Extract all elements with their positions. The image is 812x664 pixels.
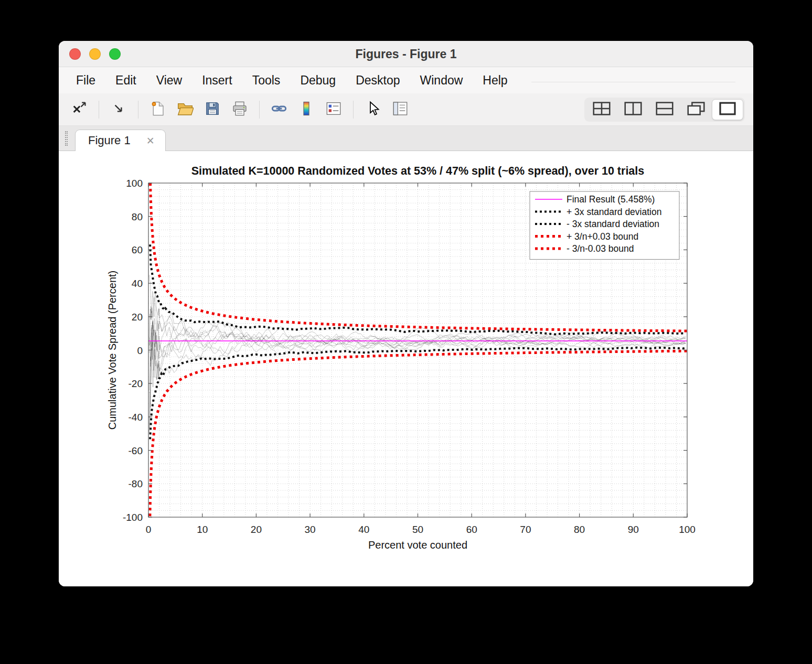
print-icon (231, 100, 248, 119)
pointer-icon (365, 101, 381, 119)
menu-help[interactable]: Help (473, 73, 517, 88)
insert-legend-button[interactable] (322, 99, 346, 121)
tabbar-drag-handle[interactable] (65, 131, 68, 146)
colormap-button[interactable] (294, 99, 318, 121)
svg-text:-80: -80 (129, 478, 143, 489)
svg-text:100: 100 (126, 178, 143, 189)
svg-text:0: 0 (146, 524, 152, 535)
layout-single-icon (718, 101, 737, 118)
layout-cascade-button[interactable] (680, 99, 712, 120)
insert-legend-icon (325, 100, 342, 119)
menu-view[interactable]: View (146, 73, 192, 88)
svg-text:20: 20 (132, 312, 143, 323)
window-title: Figures - Figure 1 (59, 41, 753, 67)
menu-file[interactable]: File (66, 73, 105, 88)
link-plot-icon (271, 100, 287, 119)
pointer-button[interactable] (361, 99, 385, 121)
toolbar-separator (353, 101, 354, 119)
link-plot-button[interactable] (267, 99, 291, 121)
save-button[interactable] (200, 99, 225, 121)
x-axis-label: Percent vote counted (368, 539, 467, 551)
tab-bar: Figure 1 ✕ (59, 126, 753, 151)
toolbar-separator (99, 101, 99, 119)
menu-tools[interactable]: Tools (242, 73, 291, 88)
plot: 0102030405060708090100-100-80-60-40-2002… (59, 151, 753, 586)
svg-text:+ 3/n+0.03 bound: + 3/n+0.03 bound (567, 231, 638, 242)
layout-grid-icon (592, 101, 611, 118)
toolbar-separator (138, 101, 138, 119)
svg-text:30: 30 (305, 524, 316, 535)
svg-text:70: 70 (520, 524, 531, 535)
open-file-icon (177, 100, 194, 119)
layout-cascade-icon (687, 101, 706, 118)
svg-text:80: 80 (574, 524, 585, 535)
layout-rows-button[interactable] (649, 99, 680, 120)
close-undock-icon (71, 100, 88, 119)
save-icon (205, 101, 220, 119)
new-figure-button[interactable] (146, 99, 170, 121)
chart-title: Simulated K=10000 Randomized Votes at 53… (191, 165, 645, 177)
menu-debug[interactable]: Debug (290, 73, 346, 88)
figure-canvas: 0102030405060708090100-100-80-60-40-2002… (59, 151, 753, 586)
figures-window: Figures - Figure 1 FileEditViewInsertToo… (59, 41, 753, 586)
svg-text:20: 20 (251, 524, 262, 535)
svg-text:Final Result (5.458%): Final Result (5.458%) (567, 194, 655, 205)
legend: Final Result (5.458%)+ 3x standard devia… (530, 191, 679, 260)
property-inspector-button[interactable] (388, 99, 412, 121)
colormap-icon (298, 101, 314, 119)
svg-text:100: 100 (679, 524, 696, 535)
menu-edit[interactable]: Edit (105, 73, 146, 88)
menubar-divider (531, 82, 735, 82)
svg-text:10: 10 (197, 524, 208, 535)
toolbar-separator (259, 101, 260, 119)
dock-arrow-button[interactable] (106, 99, 131, 121)
close-tab-icon[interactable]: ✕ (146, 136, 155, 146)
svg-text:40: 40 (358, 524, 369, 535)
titlebar: Figures - Figure 1 (59, 41, 753, 67)
y-axis-label: Cumulative Vote Spread (Percent) (106, 271, 118, 430)
svg-text:0: 0 (137, 345, 143, 356)
menu-bar: FileEditViewInsertToolsDebugDesktopWindo… (59, 67, 753, 93)
property-inspector-icon (392, 100, 409, 119)
menu-desktop[interactable]: Desktop (346, 73, 410, 88)
close-undock-button[interactable] (67, 99, 91, 121)
print-button[interactable] (228, 99, 252, 121)
layout-columns-icon (624, 101, 643, 118)
window-layout-controls (584, 98, 745, 122)
layout-single-button[interactable] (712, 99, 743, 120)
svg-text:40: 40 (132, 278, 143, 289)
layout-columns-button[interactable] (617, 99, 649, 120)
svg-text:50: 50 (412, 524, 423, 535)
svg-text:-20: -20 (129, 378, 143, 389)
new-figure-icon (150, 101, 166, 119)
svg-text:-40: -40 (129, 412, 143, 423)
svg-text:- 3/n-0.03 bound: - 3/n-0.03 bound (567, 243, 634, 254)
layout-grid-button[interactable] (586, 99, 617, 120)
svg-text:90: 90 (628, 524, 639, 535)
open-file-button[interactable] (173, 99, 197, 121)
svg-text:60: 60 (132, 244, 143, 255)
svg-text:-60: -60 (129, 445, 143, 456)
toolbar-buttons (67, 99, 412, 121)
menu-insert[interactable]: Insert (192, 73, 242, 88)
layout-rows-icon (655, 101, 674, 118)
tab-label: Figure 1 (88, 134, 131, 147)
toolbar (59, 93, 753, 126)
svg-text:-100: -100 (123, 512, 143, 523)
svg-text:80: 80 (132, 211, 143, 222)
svg-text:- 3x standard deviation: - 3x standard deviation (567, 219, 659, 229)
menu-window[interactable]: Window (410, 73, 473, 88)
svg-text:+ 3x standard deviation: + 3x standard deviation (567, 207, 661, 217)
dock-arrow-icon (111, 101, 126, 119)
svg-text:60: 60 (466, 524, 477, 535)
tab-figure-1[interactable]: Figure 1 ✕ (75, 130, 166, 151)
